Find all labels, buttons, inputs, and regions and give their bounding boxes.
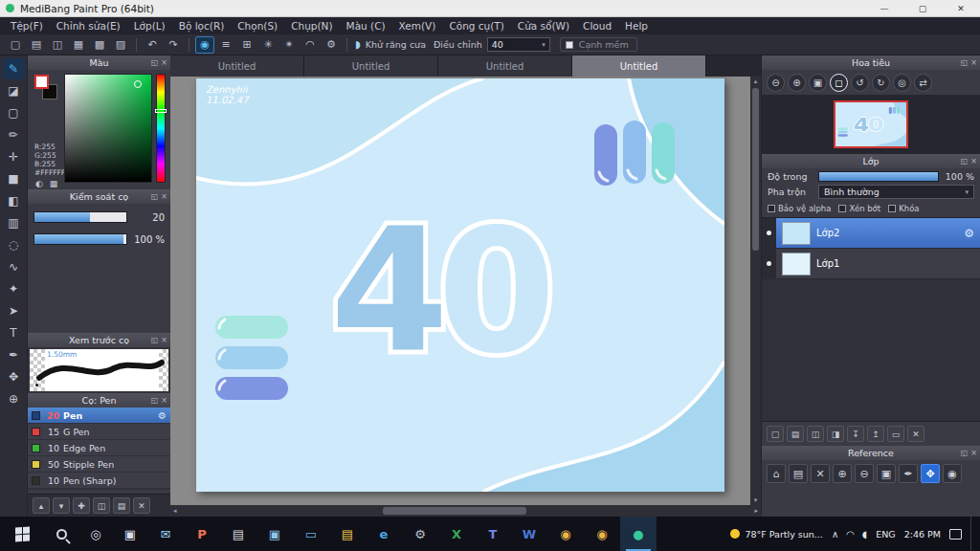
add-folder-button[interactable]: ▤ bbox=[787, 426, 804, 442]
menu-item[interactable]: Lớp(L) bbox=[127, 20, 172, 32]
brush-row[interactable]: 15 G Pen bbox=[28, 424, 170, 440]
layer-row[interactable]: Lớp2 ⚙ bbox=[762, 218, 980, 249]
foreground-color-swatch[interactable] bbox=[34, 75, 49, 89]
screentone-button[interactable]: ▨ bbox=[111, 36, 130, 54]
popout-icon[interactable]: ◱ bbox=[961, 157, 969, 165]
menu-item[interactable]: Help bbox=[618, 20, 655, 32]
layer-visibility-toggle[interactable] bbox=[762, 249, 776, 278]
menu-item[interactable]: Tệp(F) bbox=[4, 20, 50, 32]
pinned-app-word[interactable]: W bbox=[511, 517, 547, 551]
cortana-button[interactable]: ◎ bbox=[78, 517, 113, 551]
canvas-viewport[interactable]: 4 0 Zennyhii bbox=[170, 77, 761, 505]
hand-tool[interactable]: ✥ bbox=[3, 366, 25, 387]
soft-edge-checkbox[interactable]: Cạnh mềm bbox=[560, 37, 637, 52]
menu-item[interactable]: Chọn(S) bbox=[231, 20, 284, 32]
snap-off-button[interactable]: ◉ bbox=[195, 36, 214, 54]
app-medibang[interactable]: ● bbox=[620, 517, 657, 551]
brush-move-down-button[interactable]: ▾ bbox=[53, 497, 70, 514]
nav-zoom-in-button[interactable]: ⊕ bbox=[788, 74, 806, 92]
horizontal-scrollbar[interactable]: ◂ ▸ bbox=[170, 505, 761, 517]
layer-row[interactable]: Lớp1 bbox=[762, 249, 980, 279]
menu-item[interactable]: Xem(V) bbox=[392, 20, 443, 32]
chevron-up-icon[interactable]: ∧ bbox=[832, 529, 838, 540]
scroll-up-icon[interactable]: ▴ bbox=[754, 77, 758, 85]
delete-layer-button[interactable]: ✕ bbox=[907, 426, 924, 442]
menu-item[interactable]: Màu (C) bbox=[340, 20, 392, 32]
select-tool[interactable]: ▢ bbox=[3, 102, 25, 123]
antialias-icon[interactable]: ◗ bbox=[355, 38, 361, 51]
palette-icon[interactable]: ▦ bbox=[50, 179, 58, 188]
ref-hand-button[interactable]: ✥ bbox=[921, 464, 940, 483]
menu-item[interactable]: Cửa sổ(W) bbox=[511, 20, 576, 32]
material-button[interactable]: ▩ bbox=[90, 36, 109, 54]
menu-item[interactable]: Cloud bbox=[576, 20, 618, 32]
start-button[interactable] bbox=[0, 517, 44, 551]
pinned-app-explorer[interactable]: ▤ bbox=[329, 517, 366, 551]
save-button[interactable]: ◫ bbox=[48, 36, 67, 54]
layer-opacity-slider[interactable] bbox=[818, 171, 939, 182]
duplicate-layer-button[interactable]: ◫ bbox=[807, 426, 824, 442]
nav-rotate-cw-button[interactable]: ↻ bbox=[872, 74, 890, 92]
operation-tool[interactable]: ➤ bbox=[3, 300, 25, 321]
ref-visibility-button[interactable]: ◉ bbox=[943, 464, 962, 483]
pinned-app-edge[interactable]: e bbox=[366, 517, 402, 551]
clipping-checkbox[interactable]: Xén bớt bbox=[838, 204, 880, 213]
popout-icon[interactable]: ◱ bbox=[961, 449, 969, 457]
task-view-button[interactable]: ▣ bbox=[113, 517, 147, 551]
pinned-app-mail[interactable]: ✉ bbox=[147, 517, 184, 551]
clock[interactable]: 2:46 PM bbox=[904, 529, 941, 540]
menu-item[interactable]: Chỉnh sửa(E) bbox=[50, 20, 127, 32]
nav-flip-button[interactable]: ⇄ bbox=[914, 74, 932, 92]
scroll-down-icon[interactable]: ▾ bbox=[754, 496, 758, 504]
nav-fit-button[interactable]: ▣ bbox=[809, 74, 827, 92]
delete-brush-button[interactable]: ✕ bbox=[133, 497, 150, 514]
magic-wand-tool[interactable]: ✦ bbox=[3, 278, 25, 299]
open-button[interactable]: ▤ bbox=[27, 36, 46, 54]
hue-cursor[interactable] bbox=[155, 109, 167, 113]
ref-fit-button[interactable]: ▣ bbox=[877, 464, 896, 483]
menu-item[interactable]: Bộ lọc(R) bbox=[172, 20, 232, 32]
ref-eyedropper-button[interactable]: ✒ bbox=[899, 464, 918, 483]
pinned-app-teams[interactable]: T bbox=[475, 517, 511, 551]
weather-widget[interactable]: 78°F Partly sun... bbox=[730, 529, 822, 540]
clear-layer-button[interactable]: ▭ bbox=[887, 426, 904, 442]
adjust-dropdown[interactable]: 40 ▾ bbox=[487, 37, 550, 52]
close-icon[interactable]: × bbox=[161, 336, 167, 344]
add-layer-button[interactable]: ▢ bbox=[767, 426, 784, 442]
brush-size-slider[interactable] bbox=[33, 211, 127, 223]
select-marquee-tool[interactable]: ◌ bbox=[3, 234, 25, 255]
new-canvas-button[interactable]: ▢ bbox=[6, 36, 25, 54]
vertical-scroll-thumb[interactable] bbox=[752, 88, 759, 251]
action-center-icon[interactable] bbox=[949, 529, 962, 540]
ref-close-button[interactable]: ✕ bbox=[811, 464, 830, 483]
protect-alpha-checkbox[interactable]: Bảo vệ alpha bbox=[768, 204, 831, 213]
snap-ellipse-button[interactable]: ◠ bbox=[301, 36, 320, 54]
show-desktop-button[interactable] bbox=[970, 517, 974, 551]
brush-tool[interactable]: ✎ bbox=[3, 58, 25, 79]
brush-row[interactable]: 20 Pen ⚙ bbox=[28, 408, 170, 424]
brush-row[interactable]: 10 Pen (Sharp) bbox=[28, 473, 170, 489]
pinned-app-notes[interactable]: ▤ bbox=[220, 517, 256, 551]
ref-zoom-in-button[interactable]: ⊕ bbox=[833, 464, 852, 483]
brush-move-up-button[interactable]: ▴ bbox=[33, 497, 50, 514]
pinned-app-chrome[interactable]: ◉ bbox=[547, 517, 584, 551]
canvas-page[interactable]: 4 0 Zennyhii bbox=[196, 78, 724, 492]
brush-row[interactable]: 10 Edge Pen bbox=[28, 440, 170, 456]
document-tab[interactable]: Untitled bbox=[438, 55, 572, 77]
brush-row[interactable]: 50 Stipple Pen bbox=[28, 456, 170, 473]
nav-reset-button[interactable]: ◎ bbox=[893, 74, 911, 92]
pinned-app-powerpoint[interactable]: P bbox=[184, 517, 220, 551]
pinned-app-chrome-2[interactable]: ◉ bbox=[584, 517, 620, 551]
maximize-button[interactable]: ▢ bbox=[903, 0, 942, 16]
eyedropper-tool[interactable]: ✒ bbox=[3, 344, 25, 365]
popout-icon[interactable]: ◱ bbox=[151, 192, 159, 201]
layer-settings-icon[interactable]: ⚙ bbox=[964, 227, 974, 240]
popout-icon[interactable]: ◱ bbox=[151, 58, 159, 67]
close-icon[interactable]: × bbox=[161, 396, 167, 405]
add-brush-button[interactable]: ✚ bbox=[73, 497, 90, 514]
navigator-view[interactable]: 4 0 bbox=[762, 95, 980, 154]
ref-zoom-out-button[interactable]: ⊖ bbox=[855, 464, 874, 483]
popout-icon[interactable]: ◱ bbox=[151, 396, 159, 405]
saturation-value-picker[interactable] bbox=[64, 74, 152, 183]
palette-button[interactable]: ▦ bbox=[69, 36, 88, 54]
